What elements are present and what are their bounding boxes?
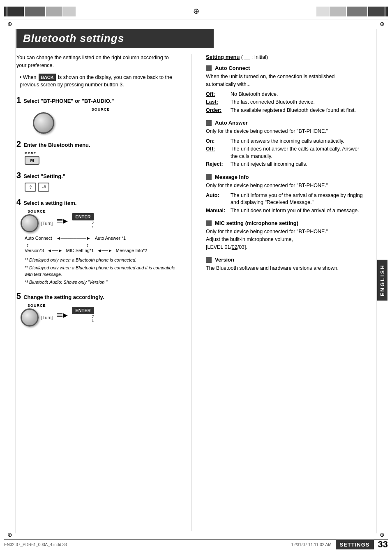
- enter-num-5: 71: [72, 315, 94, 323]
- auto-connect-row-last: Last: The last connected Bluetooth devic…: [206, 99, 364, 106]
- section-mic-setting: MIC setting (microphone setting) Only fo…: [206, 220, 364, 251]
- mic-setting-bold: MIC setting: [215, 220, 244, 226]
- flow-auto-answer: Auto Answer *1: [95, 236, 126, 241]
- flow-version: Version*3: [25, 248, 44, 253]
- step-5-diagram: SOURCE [Turn] ▶: [16, 303, 177, 327]
- message-info-row-manual: Manual: The unit does not inform you of …: [206, 207, 364, 215]
- triple-lines: [57, 219, 62, 222]
- flow-mic-setting: MIC Setting*1: [66, 248, 94, 253]
- column-separator: [191, 54, 191, 531]
- setting-menu-title: Setting menu: [206, 54, 240, 60]
- step-2: 2 Enter the Bluetooth menu. MODE M: [16, 139, 177, 165]
- page-title: Bluetooth settings: [16, 29, 214, 48]
- bottom-bar: EN32-37_PDR61_003A_4.indd 33 12/31/07 11…: [4, 537, 388, 552]
- step-4-controls: SOURCE [Turn]: [21, 209, 177, 232]
- footnote-2: *² Displayed only when a Bluetooth phone…: [25, 265, 177, 278]
- section-title-auto-connect: Auto Connect: [215, 65, 250, 71]
- right-arrow-5: ▶: [63, 312, 68, 318]
- flow-down-arrows: ↕ ↕: [26, 242, 177, 248]
- step-5-number: 5: [16, 292, 21, 301]
- footnote-3-text: Bluetooth Audio: Shows only "Version.": [29, 280, 107, 285]
- message-info-auto-key: Auto:: [206, 192, 231, 206]
- step-4-header: 4 Select a setting item.: [16, 197, 177, 207]
- step-2-label: Enter the Bluetooth menu.: [23, 142, 90, 148]
- step-4-diagram: SOURCE [Turn]: [21, 209, 177, 286]
- section-body-version: The Bluetooth software and hardware vers…: [206, 264, 364, 272]
- step-3: 3 Select "Setting." ⇧ ⏎: [16, 171, 177, 192]
- auto-answer-off-val: The unit does not answer the calls autom…: [231, 146, 364, 160]
- flow-row-1: Auto Connect ◄────────► Auto Answer *1: [25, 236, 177, 241]
- back-badge: BACK: [39, 74, 56, 81]
- crosshair-top: ⊕: [193, 7, 199, 16]
- turn-label-5: [Turn]: [41, 315, 53, 320]
- section-message-info-header: Message Info: [206, 174, 364, 180]
- flow-auto-connect: Auto Connect: [25, 236, 52, 241]
- auto-connect-last-key: Last:: [206, 99, 231, 106]
- step-5-controls: SOURCE [Turn] ▶: [21, 303, 177, 327]
- settings-badge: SETTINGS: [336, 540, 374, 549]
- step-3-header: 3 Select "Setting.": [16, 171, 177, 180]
- step-2-diagram: MODE M: [25, 151, 177, 165]
- enter-num-4: 71: [72, 221, 94, 229]
- page-number: 33: [378, 539, 388, 550]
- auto-answer-row-reject: Reject: The unit rejects all incoming ca…: [206, 161, 364, 168]
- step-5-header: 5 Change the setting accordingly.: [16, 292, 177, 301]
- step-4-number: 4: [16, 197, 21, 207]
- step-1-label: Select "BT-PHONE" or "BT-AUDIO.": [23, 98, 114, 104]
- section-auto-answer-header: Auto Answer: [206, 120, 364, 126]
- step-3-number: 3: [16, 171, 21, 180]
- step-1-number: 1: [16, 95, 21, 105]
- flow-row-2: Version*3 ◄──► MIC Setting*1 ◄──► Messag…: [25, 248, 177, 253]
- auto-answer-reject-val: The unit rejects all incoming calls.: [231, 161, 364, 168]
- enter-button-4: ENTER: [72, 213, 94, 220]
- auto-connect-off-key: Off:: [206, 91, 231, 98]
- footnotes: *¹ Displayed only when a Bluetooth phone…: [25, 257, 177, 286]
- section-title-version: Version: [215, 257, 234, 263]
- section-message-info: Message Info Only for the device being c…: [206, 174, 364, 214]
- section-block-auto-connect: [206, 65, 212, 71]
- top-decorative-bar: ⊕: [4, 4, 388, 19]
- step-4-source-area: SOURCE [Turn]: [21, 209, 53, 232]
- section-version-header: Version: [206, 257, 364, 263]
- down-arrow-1: ↕: [26, 242, 29, 248]
- source-knob-4: [21, 214, 39, 232]
- enter-btn-container-5: ENTER 71: [72, 307, 94, 323]
- bottom-file-info: EN32-37_PDR61_003A_4.indd 33: [4, 542, 67, 547]
- turn-label-4: [Turn]: [41, 221, 53, 226]
- step-5-source-area: SOURCE [Turn]: [21, 303, 53, 327]
- top-line: [4, 19, 388, 19]
- flow-diagram: Auto Connect ◄────────► Auto Answer *1 ↕…: [25, 236, 177, 253]
- message-info-auto-val: The unit informs you of the arrival of a…: [231, 192, 364, 206]
- step-5: 5 Change the setting accordingly. SOURCE…: [16, 292, 177, 327]
- step-1: 1 Select "BT-PHONE" or "BT-AUDIO." SOURC…: [16, 95, 177, 134]
- section-block-mic-setting: [206, 220, 212, 226]
- bottom-date: 12/31/07 11:11:02 AM: [291, 542, 332, 547]
- knob-container-1: [33, 112, 177, 134]
- right-column: Setting menu ( __ : Initial) Auto Connec…: [206, 54, 364, 531]
- bullet-symbol: • When: [20, 74, 38, 80]
- section-title-mic-setting: MIC setting (microphone setting): [215, 220, 298, 226]
- mode-button: M: [25, 156, 39, 165]
- step-5-label: Change the setting accordingly.: [23, 294, 104, 300]
- mic-setting-suffix: (microphone setting): [245, 220, 298, 226]
- section-block-auto-answer: [206, 120, 212, 126]
- source-knob-5: [21, 308, 39, 327]
- section-auto-connect: Auto Connect When the unit is turned on,…: [206, 65, 364, 114]
- right-arrow-4: ▶: [63, 218, 68, 224]
- section-body-message-info: Only for the device being connected for …: [206, 182, 364, 190]
- setting-icon-2: ⏎: [38, 183, 49, 192]
- section-block-version: [206, 257, 212, 263]
- auto-answer-on-key: On:: [206, 138, 231, 145]
- left-column: You can change the settings listed on th…: [16, 54, 177, 531]
- auto-connect-order-val: The available registered Bluetooth devic…: [231, 107, 364, 114]
- auto-answer-row-off: Off: The unit does not answer the calls …: [206, 146, 364, 160]
- english-label: ENGLISH: [377, 260, 387, 301]
- message-info-row-auto: Auto: The unit informs you of the arriva…: [206, 192, 364, 206]
- auto-answer-reject-key: Reject:: [206, 161, 231, 168]
- corner-mark-tr: ⊕: [380, 21, 385, 27]
- source-label-4: SOURCE: [21, 209, 53, 213]
- setting-menu-header: Setting menu ( __ : Initial): [206, 54, 364, 60]
- step-4-label: Select a setting item.: [23, 200, 76, 206]
- mode-label: MODE: [25, 151, 177, 155]
- main-content: Bluetooth settings You can change the se…: [16, 29, 364, 531]
